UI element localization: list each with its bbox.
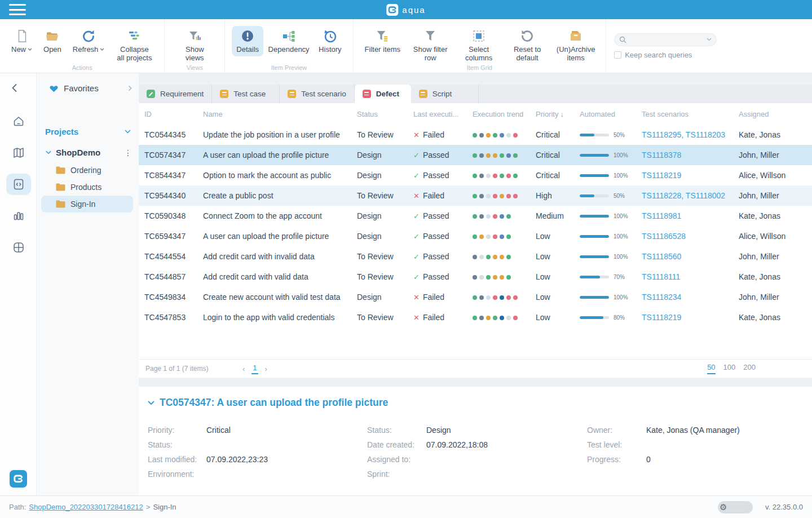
nav-map-icon[interactable] xyxy=(6,142,31,163)
tab-test-case[interactable]: Test case xyxy=(212,85,280,103)
page-size-200[interactable]: 200 xyxy=(743,363,756,374)
field-label: Test level: xyxy=(587,440,646,450)
nav-grid-icon[interactable] xyxy=(6,237,31,258)
keep-search-queries[interactable]: Keep search queries xyxy=(614,51,692,59)
menu-icon[interactable] xyxy=(9,4,26,15)
column-header-automated[interactable]: Automated xyxy=(580,110,642,118)
folder-ordering[interactable]: Ordering xyxy=(41,162,133,179)
table-row[interactable]: TC4547853Login to the app with valid cre… xyxy=(139,307,812,327)
collapse-detail-chevron-icon[interactable] xyxy=(148,401,155,405)
row-name: A user can upload the profile picture xyxy=(203,232,357,241)
details-button[interactable]: Details xyxy=(232,26,263,56)
chevron-down-icon[interactable] xyxy=(46,150,51,154)
test-scenario-link[interactable]: TS1118219 xyxy=(642,171,681,180)
failed-icon: ✕ xyxy=(413,131,420,139)
next-page-icon[interactable]: › xyxy=(265,365,267,373)
column-header-test-scenarios[interactable]: Test scenarios xyxy=(642,110,739,118)
row-priority: Low xyxy=(536,313,580,322)
row-priority: Low xyxy=(536,232,580,241)
path-project-link[interactable]: ShopDemo_202203301728416212 xyxy=(29,503,143,511)
reset-to-default-button[interactable]: Reset to default xyxy=(504,26,550,65)
unarchive-items-button[interactable]: (Un)Archive items xyxy=(553,26,599,65)
row-automated: 70% xyxy=(580,274,642,280)
trend-dot-gray xyxy=(486,295,491,300)
project-shopdemo[interactable]: ShopDemo ⋮ xyxy=(46,148,132,157)
nav-items-icon[interactable] xyxy=(6,174,31,195)
table-row[interactable]: TC0590348Connect Zoom to the app account… xyxy=(139,206,812,226)
trend-dot-blue xyxy=(506,153,511,158)
trend-dot-red xyxy=(493,295,497,300)
column-header-name[interactable]: Name xyxy=(203,110,357,118)
tab-test-scenario[interactable]: Test scenario xyxy=(280,85,355,103)
page-size-100[interactable]: 100 xyxy=(723,363,736,374)
test-scenario-link[interactable]: TS1118234 xyxy=(642,293,681,302)
new-button[interactable]: New xyxy=(7,26,37,56)
table-row[interactable]: TC4544857Add credit card with valid data… xyxy=(139,267,812,287)
collapse-all-projects-button[interactable]: Collapse all projects xyxy=(111,26,157,65)
test-scenario-link[interactable]: TS1118981 xyxy=(642,211,681,220)
column-header-assigned[interactable]: Assigned xyxy=(739,110,812,118)
column-header-status[interactable]: Status xyxy=(357,110,413,118)
filter-icon xyxy=(423,28,438,44)
column-header-last-execution[interactable]: Last executi... xyxy=(413,110,473,118)
test-scenario-link[interactable]: TS1118560 xyxy=(642,252,681,261)
folder-sign-in[interactable]: Sign-In xyxy=(41,196,133,212)
trend-dot-orange xyxy=(493,275,497,280)
show-filter-row-button[interactable]: Show filter row xyxy=(407,26,453,65)
column-header-priority[interactable]: Priority↓ xyxy=(536,110,580,118)
page-number[interactable]: 1 xyxy=(251,364,258,374)
folder-products[interactable]: Products xyxy=(41,179,133,196)
table-row[interactable]: TC0544345Update the job position in a us… xyxy=(139,125,812,145)
table-row[interactable]: TC6594347A user can upload the profile p… xyxy=(139,226,812,246)
test-scenario-link[interactable]: TS1118111 xyxy=(642,272,680,281)
row-status: Design xyxy=(357,171,413,180)
tab-requirement[interactable]: Requirement xyxy=(139,85,212,103)
dependency-button[interactable]: Dependency xyxy=(266,26,312,56)
column-header-execution-trend[interactable]: Execution trend xyxy=(473,110,536,118)
tab-defect[interactable]: Defect xyxy=(355,85,411,103)
table-row[interactable]: TC9544340Create a public postTo Review✕F… xyxy=(139,185,812,206)
chevron-down-icon[interactable] xyxy=(125,130,131,134)
keep-search-checkbox[interactable] xyxy=(614,51,621,59)
project-folders: Ordering Products Sign-In xyxy=(37,162,139,212)
chevron-right-icon[interactable] xyxy=(128,85,132,91)
detail-title-row[interactable]: TC0574347: A user can upload the profile… xyxy=(148,397,803,409)
search-input[interactable] xyxy=(614,33,717,46)
prev-page-icon[interactable]: ‹ xyxy=(242,365,245,373)
filter-items-button[interactable]: Filter items xyxy=(360,26,405,56)
search-field[interactable] xyxy=(630,36,703,43)
row-automated: 50% xyxy=(580,193,642,199)
table-row[interactable]: TC4544554Add credit card with invalid da… xyxy=(139,246,812,267)
nav-home-icon[interactable] xyxy=(6,110,31,132)
table-row[interactable]: TC4549834Create new account with valid t… xyxy=(139,287,812,307)
refresh-button[interactable]: Refresh xyxy=(68,26,109,56)
kebab-menu-icon[interactable]: ⋮ xyxy=(124,148,132,157)
test-scenario-link[interactable]: TS1118219 xyxy=(642,313,681,322)
trend-dot-green xyxy=(506,275,511,280)
test-scenario-link[interactable]: TS1118228, TS1118002 xyxy=(642,191,725,200)
test-scenario-link[interactable]: TS1118378 xyxy=(642,150,681,160)
trend-dot-orange xyxy=(500,275,504,280)
favorites-section[interactable]: Favorites xyxy=(49,83,132,93)
page-size-50[interactable]: 50 xyxy=(707,363,715,374)
test-scenario-link[interactable]: TS11186528 xyxy=(642,232,686,241)
nav-reports-icon[interactable] xyxy=(6,205,31,227)
settings-toggle[interactable]: ⚙ xyxy=(718,501,753,513)
select-columns-button[interactable]: Select columns xyxy=(456,26,502,65)
table-row[interactable]: TC8544347Option to mark the account as p… xyxy=(139,165,812,185)
open-button[interactable]: Open xyxy=(39,26,66,56)
projects-section-header[interactable]: Projects xyxy=(45,127,131,136)
script-icon xyxy=(419,90,427,98)
row-last-execution: ✕Failed xyxy=(413,191,473,200)
collapse-sidebar-icon[interactable] xyxy=(11,83,17,92)
icon-rail xyxy=(0,73,37,495)
test-scenario-link[interactable]: TS1118295, TS1118203 xyxy=(642,130,725,139)
history-button[interactable]: History xyxy=(314,26,346,56)
tab-script[interactable]: Script xyxy=(411,85,479,103)
table-row[interactable]: TC0574347A user can upload the profile p… xyxy=(139,145,812,165)
toolbar-search-area: Keep search queries xyxy=(606,19,717,73)
row-last-execution: ✕Failed xyxy=(413,130,473,139)
column-header-id[interactable]: ID xyxy=(144,110,203,118)
search-chevron-down-icon[interactable] xyxy=(707,38,712,41)
show-views-button[interactable]: Show views xyxy=(171,26,218,65)
